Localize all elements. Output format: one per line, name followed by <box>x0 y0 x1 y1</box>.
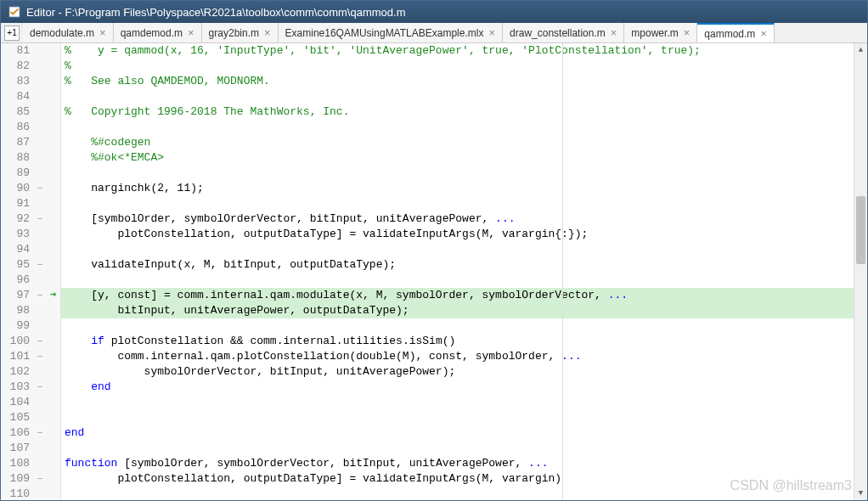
fold-marker[interactable]: − <box>33 211 47 227</box>
tab-label: qammod.m <box>704 28 755 40</box>
tab-close-icon[interactable]: × <box>488 26 495 39</box>
code-line[interactable]: validateInput(x, M, bitInput, outputData… <box>61 257 854 273</box>
gutter-row: 89 <box>1 166 60 181</box>
code-line[interactable]: comm.internal.qam.plotConstellation(doub… <box>61 349 854 364</box>
code-line[interactable]: % Copyright 1996-2018 The MathWorks, Inc… <box>61 104 854 120</box>
line-number[interactable]: 105 <box>1 410 33 425</box>
code-line[interactable]: % y = qammod(x, 16, 'InputType', 'bit', … <box>61 43 854 59</box>
line-number[interactable]: 110 <box>1 487 33 500</box>
code-line[interactable] <box>61 89 854 104</box>
line-number[interactable]: 97 <box>1 288 33 303</box>
tab-close-icon[interactable]: × <box>611 26 617 39</box>
tab-close-icon[interactable]: × <box>684 26 690 39</box>
tab-draw_constellation-m[interactable]: draw_constellation.m× <box>503 23 624 42</box>
line-number[interactable]: 93 <box>1 227 33 242</box>
line-number[interactable]: 87 <box>1 135 33 150</box>
code-line[interactable] <box>61 318 854 334</box>
fold-marker[interactable]: − <box>33 334 47 349</box>
scroll-thumb[interactable] <box>856 196 865 264</box>
fold-marker[interactable]: − <box>33 257 47 273</box>
tab-demodulate-m[interactable]: demodulate.m× <box>23 23 114 42</box>
line-number[interactable]: 84 <box>1 89 33 104</box>
code-line[interactable]: plotConstellation, outputDataType] = val… <box>61 227 854 242</box>
code-line[interactable]: narginchk(2, 11); <box>61 181 854 196</box>
app-icon <box>8 5 21 19</box>
code-line[interactable] <box>61 441 854 456</box>
tab-close-icon[interactable]: × <box>188 26 194 39</box>
line-number[interactable]: 99 <box>1 318 33 334</box>
line-number[interactable]: 95 <box>1 257 33 273</box>
fold-marker[interactable]: − <box>33 425 47 441</box>
tab-label: gray2bin.m <box>209 27 259 39</box>
code-line[interactable] <box>61 487 854 500</box>
tab-qammod-m[interactable]: qammod.m× <box>697 23 775 42</box>
code-line[interactable]: %#ok<*EMCA> <box>61 150 854 166</box>
line-number[interactable]: 109 <box>1 471 33 487</box>
line-number[interactable]: 85 <box>1 104 33 120</box>
gutter-row: 92− <box>1 211 60 227</box>
line-number[interactable]: 92 <box>1 211 33 227</box>
code-line[interactable] <box>61 410 854 425</box>
line-number[interactable]: 101 <box>1 349 33 364</box>
fold-marker[interactable]: − <box>33 471 47 487</box>
code-line[interactable]: plotConstellation, outputDataType] = val… <box>61 471 854 487</box>
tab-gray2bin-m[interactable]: gray2bin.m× <box>202 23 279 42</box>
line-number[interactable]: 98 <box>1 303 33 318</box>
code-line[interactable]: [symbolOrder, symbolOrderVector, bitInpu… <box>61 211 854 227</box>
code-line[interactable] <box>61 166 854 181</box>
code-line[interactable]: %#codegen <box>61 135 854 150</box>
code-line[interactable] <box>61 242 854 257</box>
tab-Examine16QAMUsingMATLABExample-mlx[interactable]: Examine16QAMUsingMATLABExample.mlx× <box>279 23 503 42</box>
vertical-scrollbar[interactable]: ▲ ▼ <box>854 43 867 500</box>
code-line[interactable]: if plotConstellation && comm.internal.ut… <box>61 334 854 349</box>
gutter-row: 97−➔ <box>1 288 60 303</box>
fold-marker[interactable]: − <box>33 380 47 395</box>
gutter-row: 108 <box>1 456 60 471</box>
tab-mpower-m[interactable]: mpower.m× <box>624 23 697 42</box>
code-line[interactable]: function [symbolOrder, symbolOrderVector… <box>61 456 854 471</box>
code-line[interactable]: end <box>61 380 854 395</box>
tab-close-icon[interactable]: × <box>264 26 271 39</box>
line-number[interactable]: 89 <box>1 166 33 181</box>
line-number[interactable]: 82 <box>1 59 33 74</box>
line-number[interactable]: 88 <box>1 150 33 166</box>
fold-marker[interactable]: − <box>33 288 47 303</box>
scroll-up-arrow[interactable]: ▲ <box>854 43 867 57</box>
line-number[interactable]: 81 <box>1 43 33 59</box>
gutter: 81828384858687888990−9192−939495−9697−➔9… <box>1 43 61 500</box>
scroll-down-arrow[interactable]: ▼ <box>854 487 867 500</box>
code-line[interactable] <box>61 273 854 288</box>
line-number[interactable]: 96 <box>1 273 33 288</box>
fold-marker[interactable]: − <box>33 349 47 364</box>
code-line[interactable]: symbolOrderVector, bitInput, unitAverage… <box>61 364 854 380</box>
line-number[interactable]: 102 <box>1 364 33 380</box>
code-line[interactable] <box>61 120 854 135</box>
line-number[interactable]: 106 <box>1 425 33 441</box>
line-number[interactable]: 90 <box>1 181 33 196</box>
line-number[interactable]: 91 <box>1 196 33 211</box>
line-number[interactable]: 108 <box>1 456 33 471</box>
code-line[interactable] <box>61 395 854 410</box>
tab-close-icon[interactable]: × <box>760 27 767 40</box>
gutter-row: 104 <box>1 395 60 410</box>
code-line[interactable] <box>61 196 854 211</box>
line-number[interactable]: 100 <box>1 334 33 349</box>
exec-arrow-icon: ➔ <box>47 288 60 303</box>
line-number[interactable]: 94 <box>1 242 33 257</box>
code-line[interactable]: % <box>61 59 854 74</box>
tab-close-icon[interactable]: × <box>99 26 106 39</box>
tabs-overflow-button[interactable]: +1 <box>4 25 20 41</box>
gutter-row: 109− <box>1 471 60 487</box>
line-number[interactable]: 104 <box>1 395 33 410</box>
code-area[interactable]: % y = qammod(x, 16, 'InputType', 'bit', … <box>61 43 854 500</box>
code-line[interactable]: bitInput, unitAveragePower, outputDataTy… <box>61 303 854 318</box>
line-number[interactable]: 83 <box>1 74 33 89</box>
code-line[interactable]: % See also QAMDEMOD, MODNORM. <box>61 74 854 89</box>
line-number[interactable]: 103 <box>1 380 33 395</box>
tab-qamdemod-m[interactable]: qamdemod.m× <box>114 23 202 42</box>
line-number[interactable]: 107 <box>1 441 33 456</box>
code-line[interactable]: [y, const] = comm.internal.qam.modulate(… <box>61 288 854 303</box>
code-line[interactable]: end <box>61 425 854 441</box>
line-number[interactable]: 86 <box>1 120 33 135</box>
fold-marker[interactable]: − <box>33 181 47 196</box>
